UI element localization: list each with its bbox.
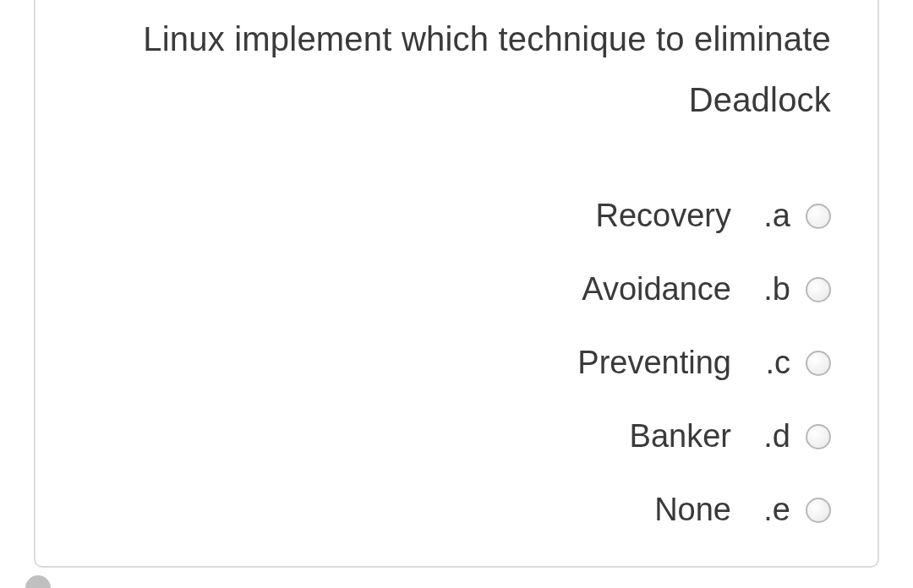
option-letter-a: .a <box>755 198 790 234</box>
option-label-d: Banker <box>630 418 731 455</box>
option-letter-c: .c <box>755 345 790 381</box>
option-label-b: Avoidance <box>582 271 731 308</box>
option-label-c: Preventing <box>577 345 731 381</box>
question-card: Linux implement which technique to elimi… <box>34 0 879 568</box>
radio-d[interactable] <box>806 424 831 449</box>
option-label-a: Recovery <box>596 198 732 234</box>
option-e[interactable]: .e None <box>654 492 831 528</box>
partial-control-bottom <box>25 575 51 588</box>
radio-e[interactable] <box>806 498 831 523</box>
question-text: Linux implement which technique to elimi… <box>103 8 831 130</box>
option-c[interactable]: .c Preventing <box>577 345 831 381</box>
radio-c[interactable] <box>806 351 831 376</box>
option-b[interactable]: .b Avoidance <box>582 271 831 308</box>
option-letter-d: .d <box>755 418 790 455</box>
radio-b[interactable] <box>806 277 831 302</box>
option-a[interactable]: .a Recovery <box>596 198 832 234</box>
option-label-e: None <box>654 492 731 528</box>
option-d[interactable]: .d Banker <box>630 418 831 455</box>
options-list: .a Recovery .b Avoidance .c Preventing .… <box>103 198 831 528</box>
option-letter-e: .e <box>755 492 790 528</box>
radio-a[interactable] <box>806 204 831 229</box>
option-letter-b: .b <box>755 271 790 308</box>
